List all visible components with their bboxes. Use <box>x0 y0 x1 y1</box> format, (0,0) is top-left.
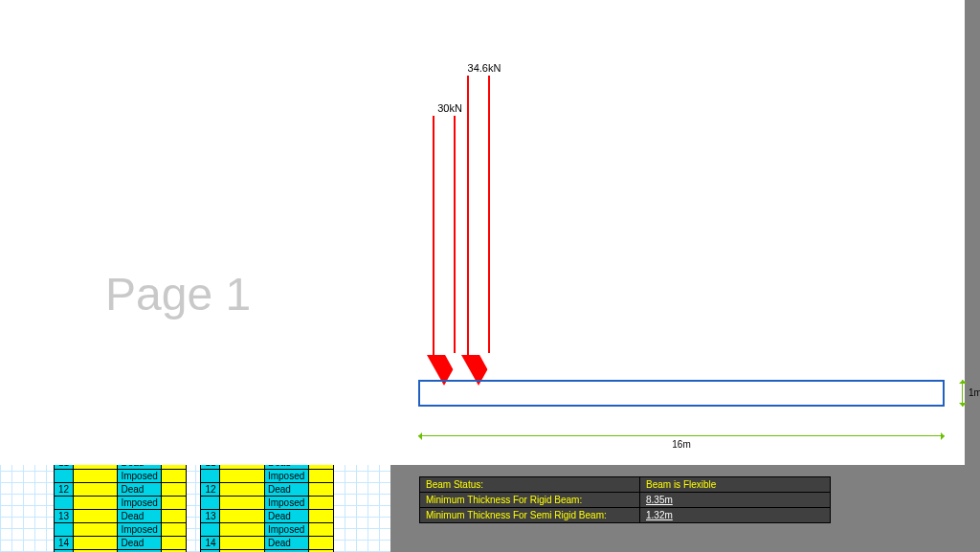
position-cell[interactable] <box>74 470 118 483</box>
row-num <box>201 497 220 510</box>
position-cell[interactable] <box>74 510 118 523</box>
length-dimension: 16m <box>418 435 945 436</box>
type-cell: Imposed <box>118 470 162 483</box>
type-cell: Dead <box>264 483 308 497</box>
value-cell[interactable] <box>308 510 333 523</box>
value-cell[interactable] <box>308 497 333 510</box>
value-cell[interactable] <box>162 483 187 497</box>
row-num <box>55 470 74 483</box>
type-cell: Dead <box>264 510 308 523</box>
value-cell[interactable] <box>162 510 187 523</box>
row-num <box>55 523 74 537</box>
row-num <box>201 523 220 537</box>
status-table: Beam Status:Beam is Flexible Minimum Thi… <box>419 476 831 523</box>
type-cell: Dead <box>118 537 162 550</box>
row-num: 14 <box>55 537 74 550</box>
position-cell[interactable] <box>220 523 264 537</box>
type-cell: Dead <box>264 537 308 550</box>
type-cell: Imposed <box>264 470 308 483</box>
beam-rect <box>418 380 945 407</box>
position-cell[interactable] <box>220 470 264 483</box>
value-cell[interactable] <box>308 470 333 483</box>
position-cell[interactable] <box>220 483 264 497</box>
position-cell[interactable] <box>220 497 264 510</box>
row-num <box>201 470 220 483</box>
diagram-panel: 30kN 34.6kN 16m 1m Beam Status:Beam is F… <box>390 0 980 552</box>
row-num <box>55 497 74 510</box>
load-arrow-2: 34.6kN <box>467 62 501 386</box>
row-num: 13 <box>201 510 220 523</box>
type-cell: Dead <box>118 510 162 523</box>
value-cell[interactable] <box>162 537 187 550</box>
load-arrow-1: 30kN <box>433 102 467 386</box>
height-dimension: 1m <box>962 380 963 407</box>
position-cell[interactable] <box>220 510 264 523</box>
row-num: 12 <box>55 483 74 497</box>
value-cell[interactable] <box>308 483 333 497</box>
beam-diagram: 30kN 34.6kN 16m 1m <box>0 0 965 465</box>
position-cell[interactable] <box>74 497 118 510</box>
value-cell[interactable] <box>308 523 333 537</box>
row-num: 12 <box>201 483 220 497</box>
value-cell[interactable] <box>162 497 187 510</box>
position-cell[interactable] <box>220 537 264 550</box>
row-num: 13 <box>55 510 74 523</box>
type-cell: Imposed <box>118 523 162 537</box>
type-cell: Dead <box>118 483 162 497</box>
value-cell[interactable] <box>308 537 333 550</box>
type-cell: Imposed <box>118 497 162 510</box>
value-cell[interactable] <box>162 523 187 537</box>
position-cell[interactable] <box>74 537 118 550</box>
row-num: 14 <box>201 537 220 550</box>
type-cell: Imposed <box>264 523 308 537</box>
type-cell: Imposed <box>264 497 308 510</box>
position-cell[interactable] <box>74 523 118 537</box>
position-cell[interactable] <box>74 483 118 497</box>
value-cell[interactable] <box>162 470 187 483</box>
